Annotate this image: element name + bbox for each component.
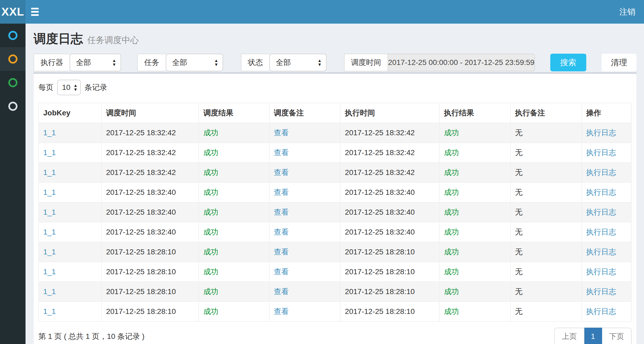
exec-result-cell: 成功 (444, 168, 459, 177)
view-remark-link[interactable]: 查看 (274, 228, 289, 236)
exec-log-link[interactable]: 执行日志 (586, 148, 616, 157)
circle-icon (8, 31, 17, 40)
view-remark-link[interactable]: 查看 (274, 188, 289, 196)
dispatch-time-filter-group: 调度时间 2017-12-25 00:00:00 - 2017-12-25 23… (344, 54, 534, 71)
clear-button[interactable]: 清理 (602, 54, 636, 71)
jobkey-link[interactable]: 1_1 (43, 268, 56, 276)
job-select[interactable]: 全部 ▲▼ (166, 54, 223, 71)
view-remark-link[interactable]: 查看 (274, 287, 289, 296)
exec-result-cell: 成功 (444, 287, 459, 296)
exec-result-cell: 成功 (444, 307, 459, 316)
exec-log-link[interactable]: 执行日志 (586, 168, 616, 177)
log-table: JobKey调度时间调度结果调度备注执行时间执行结果执行备注操作 1_12017… (38, 103, 632, 322)
dispatch-time-cell-cell: 2017-12-25 18:32:40 (102, 202, 199, 222)
exec-remark-cell: 无 (515, 168, 523, 177)
sidebar-toggle-button[interactable] (26, 0, 44, 24)
dispatch-result-cell: 成功 (203, 287, 218, 296)
pagesize-select[interactable]: 10 ▲▼ (57, 80, 81, 95)
sidebar-item-4[interactable] (0, 94, 26, 118)
exec-time-cell: 2017-12-25 18:32:40 (345, 208, 415, 216)
view-remark-link-cell: 查看 (269, 143, 341, 163)
jobkey-link[interactable]: 1_1 (43, 208, 56, 216)
exec-time-cell: 2017-12-25 18:28:10 (345, 268, 415, 276)
current-page-button[interactable]: 1 (584, 328, 602, 344)
view-remark-link[interactable]: 查看 (274, 307, 289, 316)
column-header-7: 执行备注 (511, 103, 582, 123)
exec-time-cell-cell: 2017-12-25 18:28:10 (340, 302, 439, 321)
jobkey-link[interactable]: 1_1 (43, 129, 56, 137)
exec-log-link-cell: 执行日志 (582, 143, 631, 163)
executor-select-value: 全部 (76, 57, 91, 68)
dispatch-result-cell: 成功 (203, 208, 218, 216)
executor-filter-label: 执行器 (34, 54, 70, 71)
sidebar-item-1[interactable] (0, 24, 26, 47)
executor-select[interactable]: 全部 ▲▼ (70, 54, 121, 71)
exec-result-cell: 成功 (444, 148, 459, 157)
jobkey-link[interactable]: 1_1 (43, 248, 56, 256)
status-select[interactable]: 全部 ▲▼ (269, 54, 327, 71)
exec-log-link[interactable]: 执行日志 (586, 287, 616, 296)
table-footer: 第 1 页 ( 总共 1 页，10 条记录 ) 上页 1 下页 (38, 328, 632, 344)
prev-page-button[interactable]: 上页 (554, 328, 584, 344)
search-button[interactable]: 搜索 (550, 54, 586, 71)
dispatch-time-cell: 2017-12-25 18:32:40 (106, 188, 176, 196)
exec-result-cell-cell: 成功 (439, 222, 511, 242)
exec-log-link-cell: 执行日志 (582, 222, 631, 242)
exec-time-cell-cell: 2017-12-25 18:32:42 (340, 143, 439, 163)
jobkey-link[interactable]: 1_1 (43, 188, 56, 196)
dispatch-result-cell-cell: 成功 (199, 282, 269, 302)
exec-log-link-cell: 执行日志 (582, 163, 631, 182)
exec-time-cell: 2017-12-25 18:28:10 (345, 248, 415, 256)
view-remark-link[interactable]: 查看 (274, 129, 289, 137)
exec-log-link[interactable]: 执行日志 (586, 268, 616, 276)
view-remark-link[interactable]: 查看 (274, 168, 289, 177)
exec-log-link-cell: 执行日志 (582, 262, 631, 282)
view-remark-link[interactable]: 查看 (274, 248, 289, 256)
dispatch-result-cell: 成功 (203, 228, 218, 236)
exec-log-link[interactable]: 执行日志 (586, 208, 616, 216)
dispatch-time-cell-cell: 2017-12-25 18:28:10 (102, 262, 199, 282)
view-remark-link[interactable]: 查看 (274, 208, 289, 216)
exec-log-link[interactable]: 执行日志 (586, 129, 616, 137)
exec-log-link-cell: 执行日志 (582, 242, 631, 262)
status-filter-group: 状态 全部 ▲▼ (241, 54, 327, 71)
exec-time-cell-cell: 2017-12-25 18:32:40 (340, 222, 439, 242)
dispatch-result-cell-cell: 成功 (199, 143, 269, 163)
exec-time-cell-cell: 2017-12-25 18:32:42 (340, 123, 439, 143)
exec-remark-cell: 无 (515, 188, 523, 196)
exec-log-link[interactable]: 执行日志 (586, 228, 616, 236)
dispatch-result-cell-cell: 成功 (199, 242, 269, 262)
exec-remark-cell-cell: 无 (511, 242, 582, 262)
sidebar-item-2[interactable] (0, 47, 26, 71)
exec-log-link[interactable]: 执行日志 (586, 248, 616, 256)
exec-remark-cell: 无 (515, 148, 523, 157)
sidebar-item-3[interactable] (0, 71, 26, 94)
exec-result-cell-cell: 成功 (439, 163, 511, 182)
jobkey-link-cell: 1_1 (39, 123, 102, 143)
view-remark-link[interactable]: 查看 (274, 148, 289, 157)
dispatch-result-cell-cell: 成功 (199, 202, 269, 222)
jobkey-link[interactable]: 1_1 (43, 287, 56, 296)
dispatch-time-cell-cell: 2017-12-25 18:32:42 (102, 143, 199, 163)
dispatch-time-cell-cell: 2017-12-25 18:28:10 (102, 242, 199, 262)
logout-link[interactable]: 注销 (611, 0, 644, 24)
exec-remark-cell: 无 (515, 307, 523, 316)
dispatch-time-range-input[interactable]: 2017-12-25 00:00:00 - 2017-12-25 23:59:5… (388, 54, 535, 71)
exec-remark-cell-cell: 无 (511, 143, 582, 163)
jobkey-link[interactable]: 1_1 (43, 148, 56, 157)
dispatch-time-cell: 2017-12-25 18:32:42 (106, 148, 176, 157)
exec-remark-cell-cell: 无 (511, 163, 582, 182)
dispatch-result-cell: 成功 (203, 129, 218, 137)
app-logo[interactable]: XXL (0, 0, 26, 24)
view-remark-link[interactable]: 查看 (274, 268, 289, 276)
pagesize-select-value: 10 (62, 83, 70, 92)
jobkey-link[interactable]: 1_1 (43, 228, 56, 236)
jobkey-link[interactable]: 1_1 (43, 307, 56, 316)
dispatch-time-cell: 2017-12-25 18:32:40 (106, 228, 176, 236)
exec-log-link[interactable]: 执行日志 (586, 188, 616, 196)
jobkey-link-cell: 1_1 (39, 182, 102, 202)
next-page-button[interactable]: 下页 (602, 328, 632, 344)
exec-log-link[interactable]: 执行日志 (586, 307, 616, 316)
exec-log-link-cell: 执行日志 (582, 202, 631, 222)
jobkey-link[interactable]: 1_1 (43, 168, 56, 177)
